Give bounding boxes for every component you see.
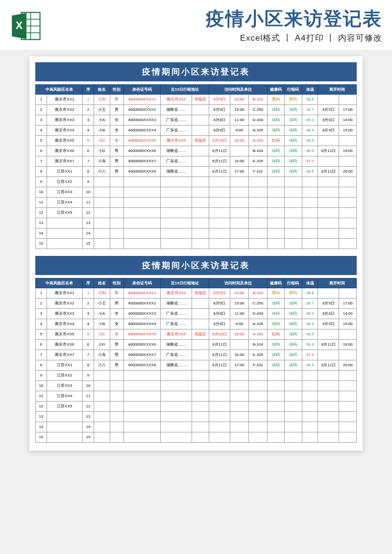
cell-leave-date: 8月9日 [318,125,339,135]
cell-id [123,411,161,422]
risk-index: 10 [36,380,47,391]
table-row: 8江苏XX18小八男4000000XXXX8湖南省........8月11日17… [36,166,357,176]
cell-id: 4000000XXXX1 [123,288,161,298]
cell-gender: 男 [110,104,123,115]
cell-id: 4000000XXXX6 [123,339,161,350]
table-row: 1南京市XX11小刘男4000000XXXX1南京市XX2风险区8月5日10:0… [36,288,357,298]
cell-gender [110,391,123,401]
cell-seq: 9 [83,176,94,187]
cell-travel [161,401,192,411]
cell-seq: 13 [83,411,94,422]
cell-temp [302,370,318,380]
cell-travel-code: 绿码 [285,166,302,176]
cell-risk: 风险区 [192,135,209,146]
cell-temp: 36.4 [302,125,318,135]
cell-unit: F-101 [248,360,267,370]
cell-travel-code [285,370,302,380]
cell-health-code [267,401,284,411]
table-row: 12江苏XX512 [36,401,357,411]
cell-leave-date [318,238,339,249]
cell-name: 小东 [94,350,110,360]
cell-name: 小D [94,146,110,156]
cell-health-code: 绿码 [267,104,284,115]
cell-travel [161,207,192,218]
cell-gender: 男 [110,339,123,350]
cell-id: 4000000XXXX2 [123,104,161,115]
col-gender: 性别 [110,278,123,288]
cell-vdate: 8月11日 [209,339,230,350]
cell-vtime [230,339,248,350]
risk-name: 南京市XX2 [47,298,82,308]
cell-health-code: 绿码 [267,298,284,308]
col-id: 身份证号码 [123,84,161,94]
cell-vdate: 8月8日 [209,308,230,319]
risk-name: 南京市XX7 [47,156,82,166]
cell-travel-code [285,187,302,197]
risk-index: 11 [36,391,47,401]
risk-index: 6 [36,146,47,156]
cell-risk [192,422,209,432]
col-travel15: 近15日行程地址 [161,278,209,288]
risk-name [47,218,82,228]
cell-leave-date [318,135,339,146]
risk-index: 15 [36,432,47,442]
cell-name: 小王 [94,298,110,308]
cell-leave-time: 20:00 [339,360,357,370]
cell-vtime: 10:30 [230,135,248,146]
cell-leave-date [318,391,339,401]
cell-leave-date: 8月5日 [318,298,339,308]
cell-gender: 男 [110,298,123,308]
table-row: 5南京市XX55小C女4000000XXXX5南京市XX5风险区8月10日10:… [36,329,357,339]
cell-name [94,176,110,187]
col-risk-area: 中高风险区名单 [36,278,83,288]
cell-gender: 男 [110,288,123,298]
cell-seq: 6 [83,339,94,350]
cell-leave-date [318,411,339,422]
cell-travel [161,391,192,401]
cell-leave-date [318,187,339,197]
risk-index: 9 [36,176,47,187]
cell-travel-code [285,380,302,391]
cell-travel-code: 绿码 [285,339,302,350]
cell-travel [161,176,192,187]
cell-health-code [267,411,284,422]
subtitle: Excel格式 丨 A4打印 丨 内容可修改 [50,32,382,44]
col-health-code: 健康码 [267,278,284,288]
cell-gender: 男 [110,360,123,370]
cell-seq: 8 [83,166,94,176]
cell-seq: 11 [83,197,94,207]
cell-vdate: 8月8日 [209,115,230,125]
cell-travel: 南京市XX5 [161,135,192,146]
cell-risk [192,360,209,370]
risk-index: 1 [36,288,47,298]
cell-travel [161,432,192,442]
risk-name: 南京市XX3 [47,308,82,319]
cell-travel: 广东省........ [161,156,192,166]
risk-name: 南京市XX2 [47,104,82,115]
cell-leave-time [339,380,357,391]
table-row: 3南京市XX33小A女4000000XXXX3广东省........8月8日11… [36,115,357,125]
cell-id: 4000000XXXX5 [123,329,161,339]
cell-temp: 36.7 [302,298,318,308]
cell-travel [161,238,192,249]
risk-name: 南京市XX3 [47,115,82,125]
risk-index: 12 [36,401,47,411]
cell-unit: D-430 [248,308,267,319]
cell-temp: 36.5 [302,166,318,176]
cell-unit: B-104 [248,339,267,350]
cell-name [94,197,110,207]
cell-name [94,432,110,442]
cell-temp: 36.4 [302,319,318,329]
cell-travel-code: 绿码 [285,350,302,360]
cell-travel-code [285,411,302,422]
cell-leave-time [339,329,357,339]
cell-id: 4000000XXXX2 [123,298,161,308]
cell-health-code: 绿码 [267,319,284,329]
cell-name [94,411,110,422]
cell-health-code: 绿码 [267,350,284,360]
cell-leave-date: 8月11日 [318,146,339,156]
cell-leave-time [339,238,357,249]
cell-unit [248,391,267,401]
cell-temp [302,197,318,207]
cell-risk [192,319,209,329]
